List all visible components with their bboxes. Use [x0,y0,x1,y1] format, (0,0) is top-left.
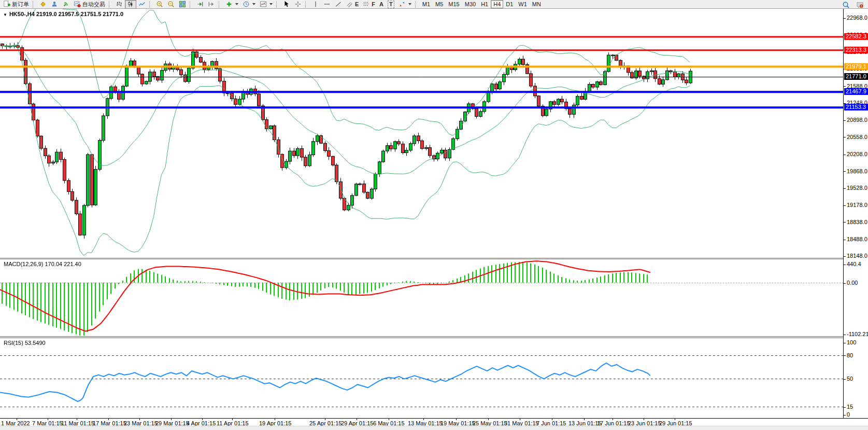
price-tick-label: 18148.0 [844,253,867,259]
template-button[interactable] [258,0,275,9]
zoom-out-icon [167,1,175,8]
horizontal-line-tool-button[interactable] [321,0,333,9]
rsi-tick-label: 0 [844,411,850,418]
text-icon: A [379,1,383,8]
text-tool-button[interactable]: A [377,0,386,9]
timeframe-button-mn[interactable]: MN [530,0,544,8]
line-chart-button[interactable] [136,0,148,9]
autotrade-button[interactable]: 自动交易 [72,0,107,9]
toolbar-separator [109,1,111,8]
price-tick-label: 18838.0 [844,219,867,225]
timeframe-toolbar: M1M5M15M30H1H4D1W1MN [420,0,544,8]
chart-title: ▼HK50-,H4 21919.0 21957.5 21751.5 21771.… [3,11,123,17]
line-chart-icon [138,1,146,8]
timeframe-button-m1[interactable]: M1 [420,0,433,8]
toolbar-separator [219,1,221,8]
channel-tool-label: E [355,1,359,8]
price-tick-label: 19868.0 [844,168,867,174]
toolbar-separator [149,1,152,8]
zoom-out-button[interactable] [165,0,177,9]
autotrade-icon [74,1,81,8]
timeframe-button-m30[interactable]: M30 [462,0,478,8]
trading-platform-window: 新订单 自动交易 E F A T [0,0,868,430]
indicators-button[interactable] [223,0,240,9]
chevron-down-icon [252,3,255,5]
search-button[interactable] [840,1,852,9]
collapse-arrow-icon[interactable]: ▼ [3,12,7,17]
rsi-tick-label: 50 [844,376,853,382]
periods-button[interactable] [240,0,258,9]
macd-tick-label: 0.00 [844,280,858,286]
timeframe-button-h1[interactable]: H1 [478,0,491,8]
metaeditor-button[interactable] [37,0,49,9]
vertical-line-icon [312,1,319,8]
level-price-badge: 21979.1 [844,63,868,70]
trendline-tool-button[interactable] [333,0,344,9]
signals-icon [62,1,69,8]
shapes-tool-button[interactable] [396,0,414,9]
crosshair-icon [294,1,302,8]
tile-windows-icon [179,1,186,8]
timeframe-button-h4[interactable]: H4 [491,0,503,8]
market-button[interactable] [49,0,60,9]
cursor-tool-button[interactable] [281,0,292,9]
chart-symbol: HK50-,H4 [9,11,35,17]
channel-tool-button[interactable]: E [344,0,361,9]
zoom-in-icon [156,1,163,8]
chevron-down-icon [408,3,411,5]
timeframe-button-w1[interactable]: W1 [516,0,530,8]
vertical-line-tool-button[interactable] [310,0,321,9]
new-order-label: 新订单 [12,1,29,8]
price-axis[interactable]: 22968.022628.022278.021938.021588.021248… [843,9,868,418]
tile-windows-button[interactable] [177,0,188,9]
periods-clock-icon [243,1,250,8]
level-price-badge: 21467.9 [844,88,868,95]
auto-scroll-button[interactable] [194,0,206,9]
rsi-panel-canvas[interactable] [0,338,843,418]
signals-button[interactable] [60,0,72,9]
channel-icon [346,1,353,8]
main-chart-canvas[interactable] [0,9,843,258]
rsi-indicator-label: RSI(15) 53.5490 [4,340,46,346]
auto-scroll-icon [196,1,204,8]
rsi-tick-label: 100 [844,339,856,345]
bar-chart-icon [116,1,123,8]
candlestick-chart-button[interactable] [125,0,136,9]
rsi-tick-label: 15 [844,404,853,410]
chart-shift-icon [208,1,215,8]
timeframe-button-m15[interactable]: M15 [446,0,462,8]
macd-panel-canvas[interactable] [0,259,843,336]
macd-tick-label: 440.4 [844,261,861,267]
zoom-in-button[interactable] [154,0,165,9]
chart-area: ▼HK50-,H4 21919.0 21957.5 21751.5 21771.… [0,9,868,430]
price-tick-label: 20208.0 [844,151,867,157]
rsi-tick-label: 80 [844,352,853,358]
toolbar-separator [190,1,192,8]
candlestick-chart-icon [127,1,134,8]
notifications-button[interactable] [854,1,866,9]
macd-indicator-label: MACD(12,26,9) 170.04 221.40 [4,261,81,267]
macd-tick-label: -1102.21 [844,331,868,337]
template-icon [260,1,267,8]
new-order-button[interactable]: 新订单 [1,0,31,9]
toolbar-separator [305,1,308,8]
crosshair-tool-button[interactable] [292,0,304,9]
trendline-icon [335,1,342,8]
indicators-icon [225,1,233,8]
bottom-strip [0,426,868,430]
toolbar: 新订单 自动交易 E F A T [0,0,868,9]
autotrade-label: 自动交易 [82,1,105,8]
new-order-icon [3,1,10,8]
search-icon [842,1,850,9]
text-label-icon: T [388,1,394,8]
chart-shift-button[interactable] [206,0,217,9]
fibonacci-tool-button[interactable]: F [361,0,377,9]
bar-chart-button[interactable] [113,0,125,9]
timeframe-button-m5[interactable]: M5 [433,0,446,8]
price-tick-label: 18488.0 [844,236,867,242]
price-tick-label: 20558.0 [844,134,867,140]
timeframe-button-d1[interactable]: D1 [503,0,516,8]
shapes-icon [399,1,406,8]
fibonacci-tool-label: F [372,1,375,8]
text-label-tool-button[interactable]: T [386,0,396,9]
